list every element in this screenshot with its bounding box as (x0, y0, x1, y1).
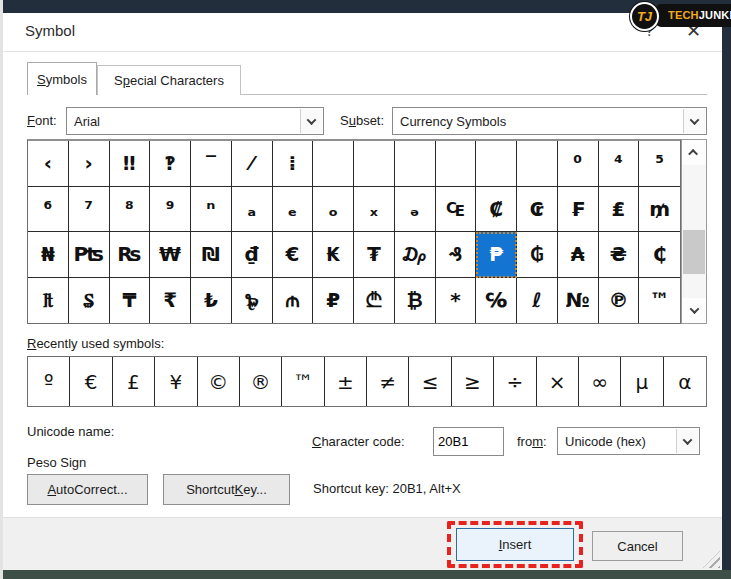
symbol-cell[interactable]: ™ (282, 357, 324, 406)
symbol-cell[interactable] (436, 141, 477, 187)
symbol-cell[interactable] (354, 141, 395, 187)
symbol-cell[interactable]: ℗ (599, 278, 640, 324)
symbol-cell[interactable]: ₺ (191, 278, 232, 324)
symbol-cell[interactable]: ₪ (191, 232, 232, 278)
symbol-cell[interactable]: ℅ (476, 278, 517, 324)
symbol-cell[interactable]: ₭ (313, 232, 354, 278)
symbol-cell[interactable] (313, 141, 354, 187)
symbol-cell[interactable]: ₿ (395, 278, 436, 324)
from-combobox[interactable]: Unicode (hex) (557, 427, 700, 455)
symbol-cell[interactable]: ⁷ (69, 187, 110, 233)
symbol-cell[interactable]: ‾ (191, 141, 232, 187)
font-combobox[interactable]: Arial (66, 107, 324, 135)
symbol-cell[interactable]: › (69, 141, 110, 187)
symbol-cell[interactable]: ₸ (110, 278, 151, 324)
tab-special-characters[interactable]: Special Characters (97, 65, 241, 95)
symbol-cell[interactable]: ₡ (476, 187, 517, 233)
symbol-cell[interactable]: ₢ (517, 187, 558, 233)
symbol-cell[interactable]: ‹ (28, 141, 69, 187)
symbol-cell[interactable]: ₻ (232, 278, 273, 324)
symbol-cell[interactable]: µ (621, 357, 663, 406)
symbol-cell[interactable]: ₷ (69, 278, 110, 324)
scrollbar-thumb[interactable] (683, 230, 705, 274)
symbol-cell[interactable]: ₳ (558, 232, 599, 278)
symbol-cell[interactable]: × (537, 357, 579, 406)
cancel-button[interactable]: Cancel (592, 531, 683, 561)
symbol-cell[interactable]: ₐ (232, 187, 273, 233)
symbol-cell[interactable]: ⁰ (558, 141, 599, 187)
symbol-cell[interactable]: ₦ (28, 232, 69, 278)
symbol-cell[interactable]: ₴ (599, 232, 640, 278)
symbol-cell[interactable]: ℓ (517, 278, 558, 324)
symbol-cell[interactable]: ₧ (69, 232, 110, 278)
symbol-cell[interactable]: ₯ (395, 232, 436, 278)
symbol-cell[interactable]: ≠ (367, 357, 409, 406)
symbol-cell[interactable]: € (273, 232, 314, 278)
symbol-cell[interactable]: ₽ (313, 278, 354, 324)
character-code-input[interactable] (433, 427, 504, 456)
grid-scrollbar[interactable] (681, 139, 707, 324)
symbol-cell[interactable]: ÷ (494, 357, 536, 406)
symbol-cell[interactable]: ₶ (28, 278, 69, 324)
symbol-cell[interactable]: ₩ (150, 232, 191, 278)
symbol-cell[interactable]: ₵ (639, 232, 680, 278)
tab-symbols[interactable]: Symbols (27, 62, 97, 95)
symbol-cell[interactable] (476, 141, 517, 187)
symbol-cell[interactable]: ® (240, 357, 282, 406)
symbol-cell[interactable]: ≤ (409, 357, 451, 406)
symbol-cell-selected[interactable]: ₱ (476, 232, 517, 278)
symbol-cell[interactable]: ⁶ (28, 187, 69, 233)
symbol-cell[interactable]: © (198, 357, 240, 406)
font-combo-arrow[interactable] (300, 109, 322, 133)
symbol-cell[interactable]: ⁞ (273, 141, 314, 187)
symbol-cell[interactable]: ₼ (273, 278, 314, 324)
symbol-cell[interactable]: ∞ (579, 357, 621, 406)
symbol-cell[interactable]: ⁄ (232, 141, 273, 187)
symbol-cell[interactable]: ⁴ (599, 141, 640, 187)
symbol-cell[interactable]: ₥ (639, 187, 680, 233)
shortcut-key-button[interactable]: Shortcut Key... (163, 474, 290, 505)
symbol-cell[interactable]: ⁵ (639, 141, 680, 187)
subset-combo-arrow[interactable] (683, 109, 705, 133)
symbol-cell[interactable]: ₲ (517, 232, 558, 278)
symbol-cell[interactable]: ₤ (599, 187, 640, 233)
scrollbar-down-button[interactable] (682, 298, 706, 323)
symbol-cell[interactable]: ± (325, 357, 367, 406)
symbol-cell[interactable]: α (664, 357, 706, 406)
symbol-cell[interactable]: ‽ (150, 141, 191, 187)
logo-text-junkie: JUNKIE (699, 9, 731, 21)
symbol-cell[interactable]: ₨ (110, 232, 151, 278)
symbol-cell[interactable]: ₫ (232, 232, 273, 278)
symbol-cell[interactable]: ₣ (558, 187, 599, 233)
symbol-cell[interactable]: ⁿ (191, 187, 232, 233)
symbol-cell[interactable]: ₒ (313, 187, 354, 233)
symbol-cell[interactable]: ⁹ (150, 187, 191, 233)
from-combo-arrow[interactable] (676, 429, 698, 453)
techjunkie-badge-icon: TJ (630, 2, 659, 31)
symbol-cell[interactable]: ₑ (273, 187, 314, 233)
autocorrect-button[interactable]: AutoCorrect... (27, 474, 148, 505)
symbol-cell[interactable]: £ (113, 357, 155, 406)
symbol-cell[interactable]: ™ (639, 278, 680, 324)
symbol-cell[interactable]: € (70, 357, 112, 406)
symbol-cell[interactable]: ≥ (452, 357, 494, 406)
symbol-cell[interactable]: ₠ (436, 187, 477, 233)
symbol-cell[interactable]: º (28, 357, 70, 406)
symbol-cell[interactable]: ‼ (110, 141, 151, 187)
symbol-cell[interactable]: ₰ (436, 232, 477, 278)
scrollbar-up-button[interactable] (682, 140, 706, 165)
insert-button[interactable]: Insert (456, 528, 574, 561)
symbol-cell[interactable] (517, 141, 558, 187)
symbol-cell[interactable] (395, 141, 436, 187)
symbol-cell[interactable]: ₾ (354, 278, 395, 324)
symbol-cell[interactable]: ₓ (354, 187, 395, 233)
symbol-cell[interactable]: ¥ (155, 357, 197, 406)
symbol-cell[interactable]: ₮ (354, 232, 395, 278)
dialog-title: Symbol (25, 22, 75, 39)
symbol-cell[interactable]: * (436, 278, 477, 324)
symbol-cell[interactable]: ₹ (150, 278, 191, 324)
symbol-cell[interactable]: ₔ (395, 187, 436, 233)
subset-combobox[interactable]: Currency Symbols (392, 107, 707, 135)
symbol-cell[interactable]: № (558, 278, 599, 324)
symbol-cell[interactable]: ⁸ (110, 187, 151, 233)
